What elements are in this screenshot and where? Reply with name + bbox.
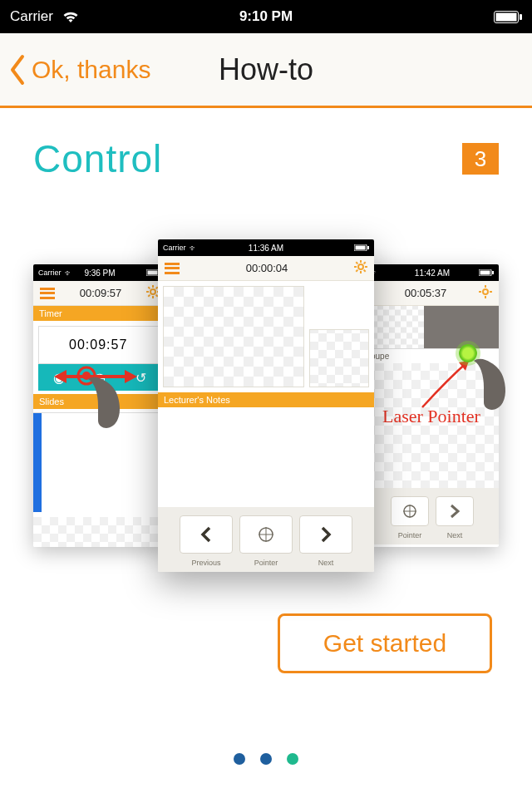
- status-time: 9:10 PM: [0, 8, 532, 25]
- list-icon: [40, 288, 55, 299]
- chevron-left-icon: [8, 54, 27, 86]
- illus-center-toolbar: 00:00:04: [158, 256, 374, 281]
- svg-rect-27: [356, 246, 366, 250]
- svg-rect-17: [492, 271, 494, 274]
- illus-center-buttons: [158, 507, 374, 559]
- reset-icon: ↺: [135, 370, 146, 386]
- illus-left-pixels: [33, 517, 166, 547]
- illus-right-timer: 00:05:37: [405, 287, 447, 299]
- illus-center-timer: 00:00:04: [246, 262, 288, 274]
- step-badge: 3: [462, 143, 499, 175]
- svg-point-29: [358, 264, 363, 269]
- gear-icon: [479, 285, 492, 302]
- pointer-button: [391, 496, 429, 526]
- next-slide: [309, 329, 369, 387]
- illus-left-toolbar: 00:09:57: [33, 281, 166, 306]
- section: Control 3: [0, 108, 532, 181]
- back-button[interactable]: Ok, thanks: [0, 54, 150, 86]
- record-icon: ◉: [53, 370, 65, 386]
- svg-line-37: [364, 262, 366, 264]
- page-dot-2[interactable]: [260, 753, 272, 765]
- section-title: Control: [33, 136, 162, 181]
- illus-center-notes: [158, 407, 374, 507]
- section-header: Control 3: [33, 136, 499, 181]
- page-dot-3[interactable]: [287, 753, 298, 765]
- device-status-bar: Carrier 9:10 PM: [0, 0, 532, 33]
- pointer-label: Pointer: [391, 531, 429, 539]
- get-started-button[interactable]: Get started: [278, 613, 492, 673]
- svg-point-18: [483, 289, 488, 294]
- illus-center-notes-header: Lecturer's Notes: [158, 392, 374, 407]
- svg-point-6: [150, 289, 155, 294]
- page-dot-1[interactable]: [234, 753, 245, 765]
- cta-label: Get started: [323, 629, 446, 658]
- illus-left-sbtime: 9:36 PM: [84, 268, 115, 278]
- page-indicator[interactable]: [0, 753, 532, 765]
- pointer-label: Pointer: [239, 559, 293, 567]
- svg-line-34: [356, 262, 357, 264]
- next-button: [299, 515, 352, 554]
- wifi-icon: ᯤ: [65, 268, 73, 278]
- pointer-button: [239, 515, 293, 554]
- svg-rect-16: [480, 271, 490, 275]
- illustration: Carrierᯤ 9:36 PM 00:09:57 Timer 00:09:57…: [33, 239, 499, 580]
- nav-bar: Ok, thanks How-to: [0, 33, 532, 108]
- svg-line-13: [148, 294, 150, 296]
- illus-left-timer-header: Timer: [33, 306, 166, 321]
- illus-phone-center: Carrierᯤ 11:36 AM 00:00:04 Lecturer's No…: [158, 239, 374, 572]
- list-icon: [165, 263, 180, 274]
- illus-left-timer: 00:09:57: [80, 287, 122, 299]
- gear-icon: [354, 260, 367, 277]
- svg-line-11: [148, 287, 150, 288]
- illus-right-sbtime: 11:42 AM: [415, 268, 450, 278]
- next-label: Next: [436, 531, 474, 539]
- hand-icon: [457, 349, 515, 419]
- illus-center-statusbar: Carrierᯤ 11:36 AM: [158, 239, 374, 256]
- illus-center-labels: Previous Pointer Next: [158, 559, 374, 572]
- illus-left-timer-box: 00:09:57: [38, 326, 161, 364]
- illus-left-statusbar: Carrierᯤ 9:36 PM: [33, 264, 166, 281]
- illus-center-slides: [158, 281, 374, 387]
- illus-right-toolbar: 00:05:37: [366, 281, 499, 306]
- illus-right-buttons: [366, 488, 499, 531]
- illus-right-labels: Pointer Next: [366, 531, 499, 544]
- wifi-icon: ᯤ: [190, 244, 198, 253]
- svg-line-36: [356, 269, 357, 271]
- svg-rect-4: [148, 271, 158, 275]
- current-slide: [163, 286, 304, 387]
- prev-label: Previous: [180, 559, 233, 567]
- illus-right-thumb: [366, 306, 499, 349]
- hand-icon: [70, 366, 128, 436]
- next-label: Next: [299, 559, 352, 567]
- svg-line-35: [364, 269, 366, 271]
- illus-center-sbtime: 11:36 AM: [249, 244, 283, 253]
- previous-button: [180, 515, 233, 554]
- back-label: Ok, thanks: [32, 56, 150, 84]
- svg-rect-28: [367, 246, 369, 249]
- next-button: [436, 496, 474, 526]
- illus-right-statusbar: ᯤ 11:42 AM: [366, 264, 499, 281]
